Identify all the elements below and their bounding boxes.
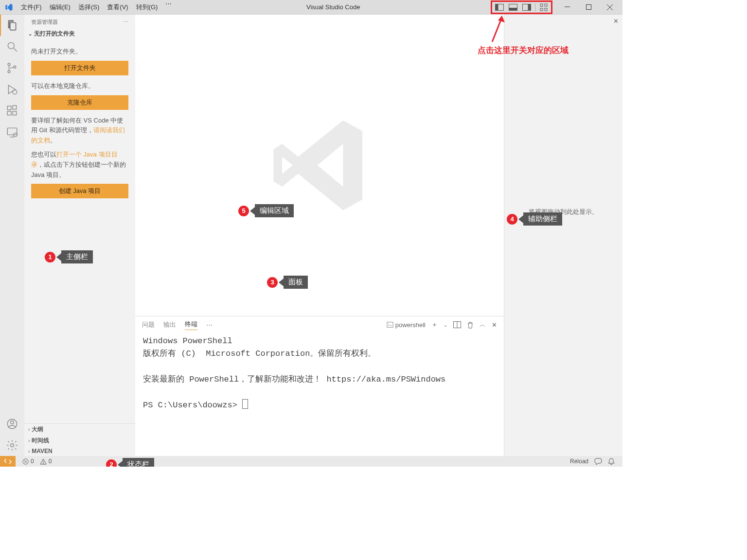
window-title: Visual Studio Code [176, 3, 491, 11]
sidebar-title: 资源管理器 [31, 18, 58, 26]
secondary-drop-hint: 将视图拖动到此处显示。 [504, 208, 622, 216]
svg-point-37 [43, 463, 43, 463]
svg-rect-23 [13, 105, 17, 109]
toggle-primary-sidebar-icon[interactable] [494, 3, 505, 12]
kill-terminal-icon[interactable] [467, 321, 474, 329]
timeline-section[interactable]: ›时间线 [24, 435, 135, 446]
terminal-shell-select[interactable]: powershell [387, 321, 426, 329]
vscode-logo-icon [0, 3, 17, 12]
svg-rect-21 [7, 111, 11, 115]
create-java-project-button[interactable]: 创建 Java 项目 [31, 184, 128, 198]
run-debug-icon[interactable] [0, 79, 24, 100]
tab-terminal[interactable]: 终端 [185, 320, 197, 330]
toggle-panel-icon[interactable] [508, 3, 518, 12]
new-terminal-icon[interactable]: ＋ [431, 320, 438, 329]
layout-controls-group [491, 0, 552, 14]
customize-layout-icon[interactable] [538, 3, 549, 12]
svg-point-17 [8, 70, 10, 73]
tab-problems[interactable]: 问题 [142, 320, 155, 329]
svg-line-15 [14, 48, 17, 52]
sidebar-section-label: 无打开的文件夹 [34, 30, 75, 38]
chevron-right-icon: › [28, 449, 30, 454]
activity-bar [0, 15, 24, 456]
sidebar-more-icon[interactable]: ⋯ [123, 19, 128, 25]
status-warnings[interactable]: 0 [40, 458, 52, 465]
java-text: 您也可以打开一个 Java 项目目录，或点击下方按钮创建一个新的 Java 项目… [31, 150, 128, 180]
menu-go[interactable]: 转到(G) [132, 0, 162, 15]
tab-more-icon[interactable]: ⋯ [206, 321, 213, 329]
menu-more-icon[interactable]: ⋯ [161, 0, 176, 15]
learn-text: 要详细了解如何在 VS Code 中使用 Git 和源代码管理，请阅读我们的文档… [31, 116, 128, 146]
svg-rect-11 [586, 5, 591, 10]
primary-sidebar: 资源管理器 ⋯ ⌄ 无打开的文件夹 尚未打开文件夹。 打开文件夹 可以在本地克隆… [24, 15, 135, 456]
sidebar-section-no-folder[interactable]: ⌄ 无打开的文件夹 [24, 28, 135, 40]
status-reload[interactable]: Reload [570, 458, 588, 465]
status-feedback-icon[interactable] [594, 458, 602, 465]
svg-rect-22 [13, 111, 17, 115]
window-minimize-icon[interactable] [556, 0, 578, 14]
svg-point-16 [8, 63, 10, 66]
menu-file[interactable]: 文件(F) [17, 0, 46, 15]
svg-rect-3 [509, 8, 517, 11]
source-control-icon[interactable] [0, 57, 24, 79]
svg-rect-9 [545, 8, 547, 11]
editor-area: 问题 输出 终端 ⋯ powershell ＋ ⌄ ︿ ✕ [135, 15, 504, 456]
split-terminal-icon[interactable] [453, 321, 461, 328]
annotation-red-hint: 点击这里开关对应的区域 [478, 45, 569, 56]
secondary-sidebar: ✕ 将视图拖动到此处显示。 [504, 15, 622, 456]
svg-point-19 [13, 90, 17, 94]
outline-section[interactable]: ›大纲 [24, 424, 135, 435]
status-notifications-icon[interactable] [608, 458, 615, 465]
tab-output[interactable]: 输出 [163, 320, 176, 329]
editor-empty-state [135, 15, 504, 316]
remote-indicator-icon[interactable] [0, 456, 16, 467]
accounts-icon[interactable] [0, 413, 24, 435]
menu-view[interactable]: 查看(V) [103, 0, 132, 15]
svg-point-14 [8, 42, 14, 49]
svg-rect-1 [496, 4, 498, 10]
svg-rect-24 [7, 128, 17, 135]
clone-repo-button[interactable]: 克隆仓库 [31, 95, 128, 110]
maven-section[interactable]: ›MAVEN [24, 446, 135, 456]
panel: 问题 输出 终端 ⋯ powershell ＋ ⌄ ︿ ✕ [135, 316, 504, 456]
menubar: 文件(F) 编辑(E) 选择(S) 查看(V) 转到(G) ⋯ Visual S… [0, 0, 622, 15]
svg-point-29 [11, 444, 14, 447]
close-secondary-sidebar-icon[interactable]: ✕ [613, 18, 619, 25]
chevron-right-icon: › [28, 427, 30, 432]
chevron-down-icon: ⌄ [28, 31, 32, 36]
window-close-icon[interactable] [599, 0, 621, 14]
no-folder-text: 尚未打开文件夹。 [31, 47, 128, 57]
svg-point-18 [14, 66, 16, 68]
search-icon[interactable] [0, 36, 24, 57]
open-folder-button[interactable]: 打开文件夹 [31, 61, 128, 75]
maximize-panel-icon[interactable]: ︿ [480, 320, 486, 329]
svg-line-38 [492, 18, 502, 42]
svg-rect-7 [545, 4, 547, 6]
settings-gear-icon[interactable] [0, 435, 24, 456]
svg-rect-30 [387, 322, 393, 328]
status-errors[interactable]: 0 [22, 458, 34, 465]
remote-explorer-icon[interactable] [0, 122, 24, 143]
status-bar: 0 0 Reload [0, 456, 622, 467]
svg-point-28 [11, 421, 14, 424]
terminal-output[interactable]: Windows PowerShell版权所有 (C) Microsoft Cor… [135, 333, 504, 456]
svg-rect-8 [540, 8, 543, 11]
annotation-arrow [488, 14, 505, 46]
chevron-right-icon: › [28, 438, 30, 443]
svg-rect-5 [528, 4, 531, 10]
terminal-dropdown-icon[interactable]: ⌄ [444, 322, 447, 328]
svg-marker-39 [498, 16, 505, 22]
explorer-icon[interactable] [0, 15, 24, 36]
close-panel-icon[interactable]: ✕ [492, 321, 497, 329]
extensions-icon[interactable] [0, 100, 24, 122]
svg-rect-6 [540, 4, 543, 6]
menu-selection[interactable]: 选择(S) [74, 0, 103, 15]
menu-edit[interactable]: 编辑(E) [46, 0, 74, 15]
vscode-watermark-icon [266, 112, 373, 219]
toggle-secondary-sidebar-icon[interactable] [521, 3, 532, 12]
window-maximize-icon[interactable] [578, 0, 599, 14]
clone-text: 可以在本地克隆仓库。 [31, 81, 128, 91]
svg-rect-20 [7, 106, 11, 110]
